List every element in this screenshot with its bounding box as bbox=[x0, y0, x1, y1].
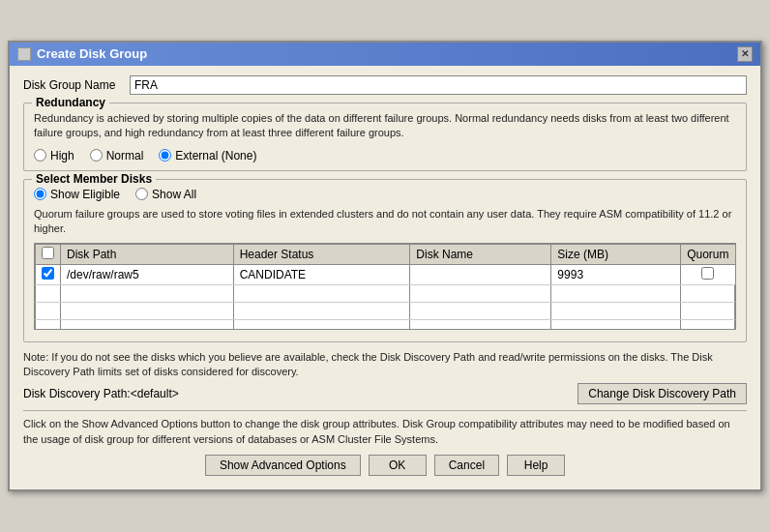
disk-group-name-label: Disk Group Name bbox=[23, 78, 130, 92]
help-button[interactable]: Help bbox=[507, 455, 565, 476]
header-checkbox-cell bbox=[36, 244, 61, 264]
select-member-title: Select Member Disks bbox=[32, 172, 156, 186]
header-disk-path: Disk Path bbox=[61, 244, 234, 264]
disk-group-name-row: Disk Group Name bbox=[23, 75, 747, 95]
redundancy-normal[interactable]: Normal bbox=[90, 149, 144, 163]
discovery-path-label-text: Disk Discovery Path: bbox=[23, 387, 131, 400]
show-eligible-radio[interactable]: Show Eligible bbox=[34, 188, 120, 201]
redundancy-high-label: High bbox=[50, 149, 74, 163]
show-all-label: Show All bbox=[152, 188, 196, 201]
row-size-mb: 9993 bbox=[551, 264, 681, 284]
table-row: /dev/raw/raw5 CANDIDATE 9993 bbox=[36, 264, 735, 284]
redundancy-radio-group: High Normal External (None) bbox=[34, 149, 736, 163]
note-text: Note: If you do not see the disks which … bbox=[23, 350, 747, 380]
discovery-row: Disk Discovery Path:<default> Change Dis… bbox=[23, 383, 747, 404]
header-disk-name: Disk Name bbox=[410, 244, 551, 264]
redundancy-external-label: External (None) bbox=[175, 149, 256, 163]
row-quorum-checkbox[interactable] bbox=[701, 267, 714, 280]
row-disk-name bbox=[410, 264, 551, 284]
disk-table-container[interactable]: Disk Path Header Status Disk Name Size (… bbox=[34, 243, 736, 330]
select-all-checkbox[interactable] bbox=[42, 247, 54, 259]
row-disk-path: /dev/raw/raw5 bbox=[61, 264, 234, 284]
header-size-mb: Size (MB) bbox=[551, 244, 681, 264]
table-header-row: Disk Path Header Status Disk Name Size (… bbox=[36, 244, 735, 264]
create-disk-group-dialog: Create Disk Group ✕ Disk Group Name Redu… bbox=[8, 41, 762, 491]
header-header-status: Header Status bbox=[233, 244, 410, 264]
redundancy-normal-label: Normal bbox=[106, 149, 144, 163]
empty-row-3 bbox=[36, 319, 735, 330]
row-header-status: CANDIDATE bbox=[233, 264, 410, 284]
show-radios: Show Eligible Show All bbox=[34, 188, 736, 201]
show-all-radio[interactable]: Show All bbox=[135, 188, 196, 201]
redundancy-high[interactable]: High bbox=[34, 149, 74, 163]
empty-row-1 bbox=[36, 284, 735, 302]
info-text: Click on the Show Advanced Options butto… bbox=[23, 410, 747, 447]
quorum-text: Quorum failure groups are used to store … bbox=[34, 207, 736, 237]
cancel-button[interactable]: Cancel bbox=[434, 455, 499, 476]
row-checkbox[interactable] bbox=[42, 267, 54, 280]
row-quorum-cell bbox=[681, 264, 735, 284]
redundancy-description: Redundancy is achieved by storing multip… bbox=[34, 111, 736, 141]
select-member-disks-group: Select Member Disks Show Eligible Show A… bbox=[23, 179, 747, 342]
dialog-body: Disk Group Name Redundancy Redundancy is… bbox=[10, 66, 760, 489]
disk-table: Disk Path Header Status Disk Name Size (… bbox=[35, 244, 735, 330]
show-eligible-label: Show Eligible bbox=[50, 188, 120, 201]
header-quorum: Quorum bbox=[681, 244, 735, 264]
title-bar-left: Create Disk Group bbox=[17, 46, 147, 61]
change-disk-discovery-button[interactable]: Change Disk Discovery Path bbox=[578, 383, 747, 404]
disk-group-name-input[interactable] bbox=[130, 75, 747, 95]
dialog-icon bbox=[17, 47, 31, 61]
close-button[interactable]: ✕ bbox=[737, 46, 753, 62]
row-checkbox-cell bbox=[36, 264, 61, 284]
discovery-path-label: Disk Discovery Path:<default> bbox=[23, 387, 179, 400]
redundancy-title: Redundancy bbox=[32, 96, 109, 109]
ok-button[interactable]: OK bbox=[369, 455, 427, 476]
title-bar: Create Disk Group ✕ bbox=[10, 43, 760, 66]
empty-row-2 bbox=[36, 302, 735, 319]
redundancy-external[interactable]: External (None) bbox=[159, 149, 256, 163]
redundancy-group: Redundancy Redundancy is achieved by sto… bbox=[23, 103, 747, 171]
show-advanced-button[interactable]: Show Advanced Options bbox=[205, 455, 361, 476]
button-row: Show Advanced Options OK Cancel Help bbox=[23, 455, 747, 480]
dialog-title: Create Disk Group bbox=[37, 46, 147, 61]
discovery-path-value: <default> bbox=[131, 387, 179, 400]
